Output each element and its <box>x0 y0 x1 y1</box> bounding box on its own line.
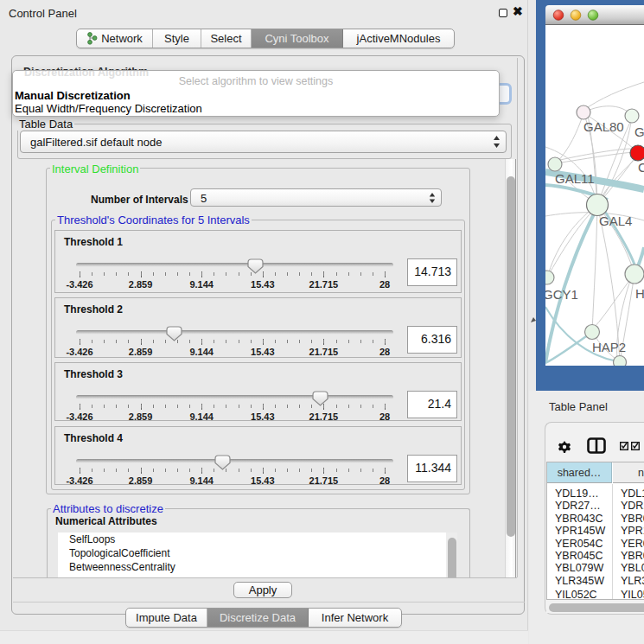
svg-text:CY: CY <box>638 160 644 175</box>
svg-text:H: H <box>635 286 644 301</box>
svg-text:GCY1: GCY1 <box>545 287 578 302</box>
svg-text:GAL80: GAL80 <box>583 119 624 134</box>
svg-text:HAP2: HAP2 <box>592 340 626 354</box>
svg-text:GA: GA <box>634 124 644 139</box>
svg-text:GAL11: GAL11 <box>555 171 595 186</box>
svg-text:GAL4: GAL4 <box>599 214 632 228</box>
